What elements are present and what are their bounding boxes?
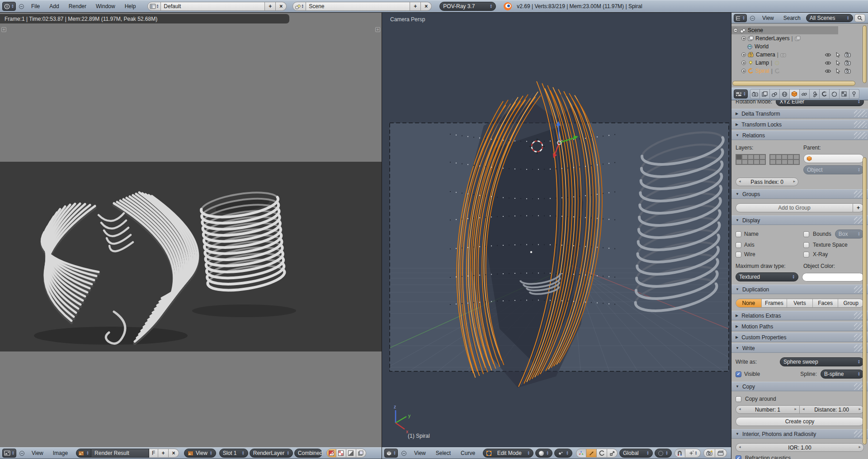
collapse-icon[interactable]: [733, 28, 738, 33]
menu-file[interactable]: File: [27, 1, 44, 12]
add-to-group-button[interactable]: Add to Group: [736, 203, 853, 212]
expand-icon[interactable]: [741, 36, 746, 41]
menu-render[interactable]: Render: [65, 1, 90, 12]
scene-name-field[interactable]: Scene: [306, 2, 410, 11]
panel-interior[interactable]: ▼Interior, Photons and Radiosity: [731, 429, 868, 439]
panel-write[interactable]: ▼Write: [731, 343, 868, 353]
render-layer-select[interactable]: RenderLayer▲▼: [250, 449, 293, 458]
layer-cell[interactable]: [782, 155, 788, 159]
panel-groups[interactable]: ▼Groups: [731, 189, 868, 199]
visible-checkbox[interactable]: ✔: [736, 371, 741, 377]
layer-cell[interactable]: [760, 155, 765, 159]
snap-toggle-button[interactable]: [675, 449, 685, 458]
add-scene-button[interactable]: +: [410, 2, 421, 11]
outliner-filter-select[interactable]: All Scenes▲▼: [806, 14, 853, 22]
draw-channel-z-button[interactable]: [346, 449, 356, 458]
layer-cell[interactable]: [754, 155, 760, 159]
draw-channel-rgb-button[interactable]: [356, 449, 366, 458]
panel-relations-extras[interactable]: ▶Relations Extras: [731, 311, 868, 320]
panel-custom-properties[interactable]: ▶Custom Properties: [731, 333, 868, 342]
pass-index-field[interactable]: ◂Pass Index: 0▸: [736, 178, 798, 186]
new-image-button[interactable]: +: [158, 449, 169, 458]
draw-channel-alpha-button[interactable]: [336, 449, 346, 458]
screen-layout-browse-button[interactable]: ▲▼: [147, 2, 161, 11]
render-engine-select[interactable]: POV-Ray 3.7 ▲▼: [439, 2, 496, 11]
layer-cell[interactable]: [748, 155, 754, 159]
dup-option-none[interactable]: None: [736, 299, 761, 307]
selectability-cursor-icon[interactable]: [835, 60, 840, 66]
layer-cell[interactable]: [754, 159, 760, 164]
panel-duplication[interactable]: ▼Duplication: [731, 285, 868, 294]
panel-copy[interactable]: ▼Copy: [731, 382, 868, 391]
outliner-row-renderlayers[interactable]: RenderLayers |: [731, 34, 857, 42]
refraction-caustics-checkbox[interactable]: ✔: [736, 455, 741, 459]
expand-icon[interactable]: [741, 69, 746, 73]
image-name-field[interactable]: Render Result: [91, 449, 149, 458]
image-browse-button[interactable]: ▲▼: [76, 449, 91, 458]
tab-render[interactable]: [750, 89, 760, 99]
renderability-camera-icon[interactable]: [844, 68, 851, 74]
outliner-search-button[interactable]: [854, 14, 865, 22]
layer-cell[interactable]: [760, 159, 765, 164]
collapse-menus-icon[interactable]: [19, 4, 24, 9]
create-copy-button[interactable]: Create copy: [736, 417, 864, 426]
max-draw-type-select[interactable]: Textured▲▼: [736, 272, 798, 281]
transform-orientation-select[interactable]: Global▲▼: [619, 449, 653, 458]
wire-checkbox[interactable]: [736, 252, 741, 258]
editor-type-image-button[interactable]: ▲▼: [2, 449, 16, 458]
layer-cell-active[interactable]: [736, 155, 742, 159]
manipulator-translate-button[interactable]: [586, 449, 597, 458]
parent-object-field[interactable]: [803, 154, 864, 163]
tab-world[interactable]: [780, 89, 790, 99]
panel-delta-transform[interactable]: ▶Delta Transform: [731, 109, 868, 118]
image-view-mode-select[interactable]: View ▲▼: [184, 449, 216, 458]
object-color-swatch[interactable]: [802, 273, 864, 281]
pivot-point-select[interactable]: ▲▼: [554, 449, 572, 458]
draw-channel-color-alpha-button[interactable]: [326, 449, 336, 458]
tab-modifiers[interactable]: [810, 89, 820, 99]
layer-cell[interactable]: [776, 159, 782, 164]
snap-element-select[interactable]: ▲▼: [685, 449, 701, 458]
editor-type-outliner-button[interactable]: ▲▼: [734, 14, 747, 22]
copy-number-field[interactable]: ◂Number: 1▸: [736, 405, 800, 414]
visibility-eye-icon[interactable]: [825, 52, 831, 57]
manipulator-scale-button[interactable]: [607, 449, 618, 458]
spline-select[interactable]: B-spline▲▼: [821, 370, 864, 379]
layer-cell[interactable]: [742, 155, 748, 159]
region-corner-widget[interactable]: +: [1, 27, 6, 32]
outliner-row-scene[interactable]: Scene: [731, 26, 838, 34]
dup-option-faces[interactable]: Faces: [812, 299, 838, 307]
region-corner-widget[interactable]: +: [375, 27, 380, 32]
render-slot-select[interactable]: Slot 1▲▼: [219, 449, 248, 458]
editor-type-properties-button[interactable]: ▲▼: [734, 89, 748, 98]
collapse-menus-icon[interactable]: [19, 451, 24, 456]
menu-search[interactable]: Search: [779, 13, 805, 23]
layer-cell[interactable]: [748, 159, 754, 164]
layer-cell[interactable]: [776, 155, 782, 159]
outliner-row-world[interactable]: World: [731, 42, 857, 51]
properties-vertical-scrollbar[interactable]: [863, 157, 867, 445]
panel-transform-locks[interactable]: ▶Transform Locks: [731, 120, 868, 129]
fake-user-button[interactable]: F: [149, 449, 158, 458]
tab-physics[interactable]: [849, 89, 859, 99]
layer-cell[interactable]: [736, 159, 742, 164]
manipulator-toggle-button[interactable]: [576, 449, 586, 458]
texture-space-checkbox[interactable]: [803, 242, 809, 248]
menu-view[interactable]: View: [28, 448, 47, 459]
selectability-cursor-icon[interactable]: [835, 68, 840, 74]
delete-scene-button[interactable]: ×: [421, 2, 432, 11]
visibility-eye-icon[interactable]: [825, 69, 831, 74]
proportional-edit-select[interactable]: ▲▼: [655, 449, 672, 458]
tab-constraints[interactable]: [800, 89, 810, 99]
mode-select[interactable]: Edit Mode ▲▼: [483, 449, 533, 458]
tab-texture[interactable]: [840, 89, 849, 99]
menu-select[interactable]: Select: [432, 448, 455, 459]
menu-help[interactable]: Help: [121, 1, 140, 12]
panel-display[interactable]: ▼Display: [731, 215, 868, 225]
add-screen-layout-button[interactable]: +: [265, 2, 276, 11]
layer-cell[interactable]: [770, 159, 776, 164]
rotation-mode-select[interactable]: XYZ Euler▲▼: [776, 100, 864, 106]
layer-cell[interactable]: [793, 159, 799, 164]
renderability-camera-icon[interactable]: [844, 52, 851, 57]
panel-relations[interactable]: ▼Relations: [731, 131, 868, 140]
